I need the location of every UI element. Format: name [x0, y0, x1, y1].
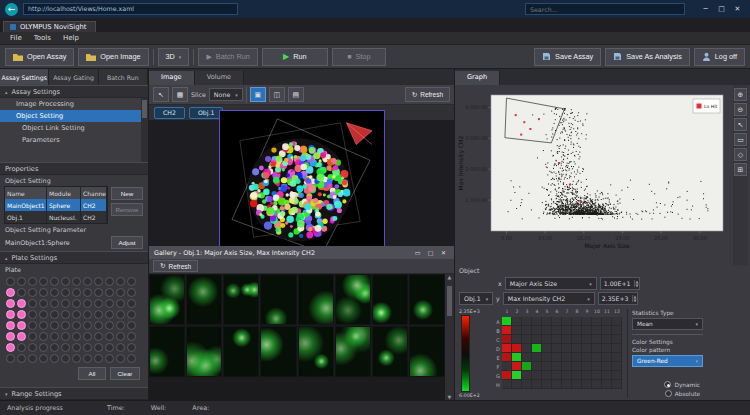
- gallery-thumb[interactable]: [372, 326, 408, 377]
- heatmap-cell-E7[interactable]: [562, 353, 572, 362]
- slice-dropdown[interactable]: None: [209, 88, 243, 101]
- app-tab[interactable]: OLYMPUS NoviSight: [3, 21, 96, 32]
- heatmap-cell-C6[interactable]: [552, 335, 562, 344]
- well-E6[interactable]: [61, 321, 70, 330]
- heatmap-cell-G7[interactable]: [562, 371, 572, 380]
- x-value-spinner[interactable]: 1.00E+1 ▲▼: [600, 277, 641, 290]
- back-icon[interactable]: ←: [5, 3, 18, 16]
- well-F3[interactable]: [28, 332, 37, 341]
- well-A3[interactable]: [28, 277, 37, 286]
- heatmap-cell-G11[interactable]: [602, 371, 612, 380]
- gallery-thumb[interactable]: [149, 274, 185, 325]
- well-C1[interactable]: [6, 299, 15, 308]
- well-F6[interactable]: [61, 332, 70, 341]
- heatmap-cell-D1[interactable]: [502, 344, 512, 353]
- heatmap-cell-H10[interactable]: [592, 380, 602, 389]
- heatmap-cell-B8[interactable]: [572, 326, 582, 335]
- heatmap-cell-F11[interactable]: [602, 362, 612, 371]
- search-input[interactable]: [525, 3, 685, 15]
- statistics-type-dropdown[interactable]: Mean: [632, 318, 703, 330]
- save-assay-button[interactable]: Save Assay: [534, 48, 601, 66]
- heatmap-cell-A2[interactable]: [512, 317, 522, 326]
- gallery-thumb[interactable]: [298, 326, 334, 377]
- well-F1[interactable]: [6, 332, 15, 341]
- heatmap-cell-G3[interactable]: [522, 371, 532, 380]
- heatmap-cell-D8[interactable]: [572, 344, 582, 353]
- spinner-arrows-icon[interactable]: ▲▼: [634, 280, 640, 288]
- heatmap-cell-A11[interactable]: [602, 317, 612, 326]
- y-axis-dropdown[interactable]: Max Intensity CH2: [503, 292, 595, 305]
- select-all-wells-button[interactable]: All: [78, 367, 106, 380]
- well-G11[interactable]: [116, 343, 125, 352]
- well-G8[interactable]: [83, 343, 92, 352]
- well-F4[interactable]: [39, 332, 48, 341]
- table-row[interactable]: MainObject1 Sphere CH2: [5, 199, 107, 211]
- well-B12[interactable]: [127, 288, 136, 297]
- tab-image[interactable]: Image: [149, 71, 195, 85]
- heatmap-cell-H5[interactable]: [542, 380, 552, 389]
- heatmap-cell-F9[interactable]: [582, 362, 592, 371]
- well-E12[interactable]: [127, 321, 136, 330]
- x-axis-dropdown[interactable]: Major Axis Size: [505, 277, 597, 290]
- heatmap-cell-H7[interactable]: [562, 380, 572, 389]
- well-C3[interactable]: [28, 299, 37, 308]
- heatmap-cell-E12[interactable]: [612, 353, 622, 362]
- well-H5[interactable]: [50, 354, 59, 363]
- gallery-thumb[interactable]: [223, 326, 259, 377]
- heatmap-cell-B10[interactable]: [592, 326, 602, 335]
- gallery-thumb[interactable]: [372, 274, 408, 325]
- well-A5[interactable]: [50, 277, 59, 286]
- well-H9[interactable]: [94, 354, 103, 363]
- well-E5[interactable]: [50, 321, 59, 330]
- object-dropdown[interactable]: Obj.1: [459, 292, 493, 305]
- well-A8[interactable]: [83, 277, 92, 286]
- heatmap-cell-F10[interactable]: [592, 362, 602, 371]
- tree-scrollbar[interactable]: [141, 98, 148, 162]
- gallery-thumb[interactable]: [260, 274, 296, 325]
- well-D4[interactable]: [39, 310, 48, 319]
- well-B1[interactable]: [6, 288, 15, 297]
- channel-ch2-chip[interactable]: CH2: [154, 107, 185, 119]
- heatmap-cell-B2[interactable]: [512, 326, 522, 335]
- tree-item-parameters[interactable]: Parameters: [0, 134, 148, 146]
- well-A12[interactable]: [127, 277, 136, 286]
- heatmap-cell-G9[interactable]: [582, 371, 592, 380]
- tree-item-image-processing[interactable]: Image Processing: [0, 98, 148, 110]
- scatter-plot[interactable]: 5.0010.0015.0020.0025.0030.001 000.002 0…: [455, 85, 733, 263]
- well-H12[interactable]: [127, 354, 136, 363]
- 3d-mode-dropdown[interactable]: 3D ▾: [158, 48, 190, 66]
- heatmap-cell-D7[interactable]: [562, 344, 572, 353]
- well-B5[interactable]: [50, 288, 59, 297]
- well-F8[interactable]: [83, 332, 92, 341]
- list-view-icon[interactable]: ▤: [288, 87, 304, 102]
- heatmap-cell-D5[interactable]: [542, 344, 552, 353]
- heatmap-cell-E6[interactable]: [552, 353, 562, 362]
- tab-assay-gating[interactable]: Assay Gating: [49, 69, 98, 85]
- range-settings-section-header[interactable]: ▾ Range Settings: [0, 387, 148, 400]
- heatmap-cell-H12[interactable]: [612, 380, 622, 389]
- well-H4[interactable]: [39, 354, 48, 363]
- well-G10[interactable]: [105, 343, 114, 352]
- assay-settings-section-header[interactable]: ▴ Assay Settings: [0, 85, 148, 98]
- heatmap-cell-B7[interactable]: [562, 326, 572, 335]
- well-C7[interactable]: [72, 299, 81, 308]
- heatmap-cell-D9[interactable]: [582, 344, 592, 353]
- gallery-maximize-button[interactable]: □: [425, 249, 436, 256]
- gallery-thumb[interactable]: [298, 274, 334, 325]
- well-G4[interactable]: [39, 343, 48, 352]
- remove-object-button[interactable]: Remove: [111, 203, 143, 216]
- heatmap-cell-E11[interactable]: [602, 353, 612, 362]
- heatmap-cell-D10[interactable]: [592, 344, 602, 353]
- well-F5[interactable]: [50, 332, 59, 341]
- heatmap-cell-C4[interactable]: [532, 335, 542, 344]
- well-C9[interactable]: [94, 299, 103, 308]
- heatmap-cell-F6[interactable]: [552, 362, 562, 371]
- heatmap-cell-A8[interactable]: [572, 317, 582, 326]
- gallery-thumb[interactable]: [335, 326, 371, 377]
- well-E11[interactable]: [116, 321, 125, 330]
- heatmap-cell-F4[interactable]: [532, 362, 542, 371]
- heatmap-cell-D12[interactable]: [612, 344, 622, 353]
- well-D2[interactable]: [17, 310, 26, 319]
- log-off-button[interactable]: Log off: [694, 48, 745, 66]
- well-A10[interactable]: [105, 277, 114, 286]
